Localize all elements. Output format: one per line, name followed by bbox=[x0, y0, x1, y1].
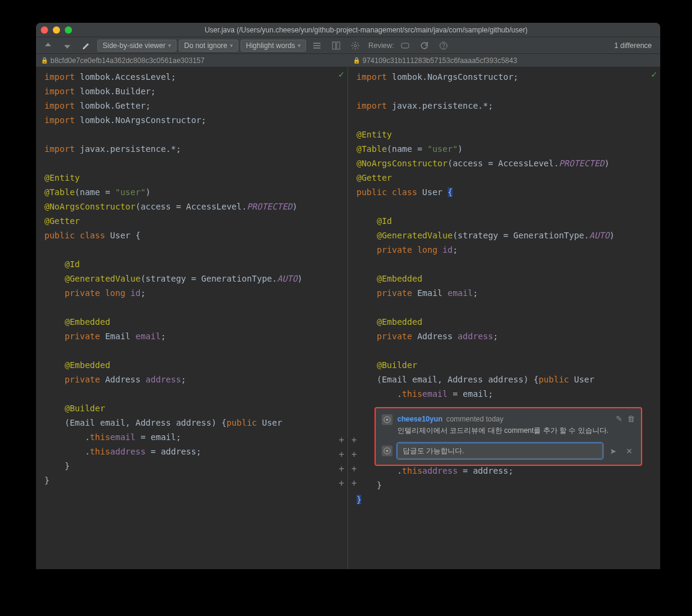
right-revision: 🔒 974109c31b111283b57153c6faaaa5cf393c58… bbox=[348, 54, 660, 67]
edit-comment-icon[interactable]: ✎ bbox=[616, 414, 622, 423]
svg-point-9 bbox=[386, 450, 388, 452]
left-revision: 🔒 b8cfd0e7ce0efb14a362dc808c3c0561ae3031… bbox=[36, 54, 348, 67]
add-line-button[interactable]: + bbox=[337, 464, 346, 477]
right-pane[interactable]: ✓ import lombok.NoArgsConstructor; impor… bbox=[348, 67, 660, 569]
check-icon: ✓ bbox=[651, 70, 658, 79]
diff-count-label: 1 difference bbox=[610, 41, 657, 50]
close-window-button[interactable] bbox=[41, 26, 48, 34]
add-line-button[interactable]: + bbox=[349, 435, 359, 448]
right-code: import lombok.NoArgsConstructor; import … bbox=[348, 67, 660, 401]
svg-point-7 bbox=[386, 418, 388, 421]
viewer-mode-dropdown[interactable]: Side-by-side viewer bbox=[97, 40, 176, 52]
maximize-window-button[interactable] bbox=[65, 26, 72, 34]
review-label: Review: bbox=[369, 41, 394, 50]
window-title: User.java (/Users/yun.cheese/yun/github-… bbox=[77, 26, 655, 34]
review-checkout-button[interactable] bbox=[397, 39, 414, 52]
close-reply-icon[interactable]: ✕ bbox=[624, 447, 635, 456]
titlebar: User.java (/Users/yun.cheese/yun/github-… bbox=[36, 23, 660, 37]
edit-button[interactable] bbox=[78, 39, 95, 52]
add-line-button[interactable]: + bbox=[349, 478, 359, 491]
revision-bar: 🔒 b8cfd0e7ce0efb14a362dc808c3c0561ae3031… bbox=[36, 54, 660, 67]
sync-scroll-button[interactable] bbox=[328, 39, 344, 52]
prev-diff-button[interactable] bbox=[40, 39, 56, 52]
add-line-markers-right: + + + + bbox=[349, 435, 359, 491]
highlight-mode-dropdown[interactable]: Highlight words bbox=[241, 40, 306, 52]
review-comment-box: cheese10yun commented today ✎ 🗑 인텔리제이에서 … bbox=[375, 407, 642, 466]
check-icon: ✓ bbox=[338, 70, 345, 79]
settings-button[interactable] bbox=[347, 39, 364, 52]
comment-text: 인텔리제이에서 코드리뷰에 대한 comment를 추가 할 수 있습니다. bbox=[397, 426, 635, 436]
traffic-lights bbox=[41, 26, 72, 34]
svg-rect-0 bbox=[332, 42, 335, 49]
lock-icon: 🔒 bbox=[41, 57, 48, 64]
add-line-button[interactable]: + bbox=[337, 435, 346, 448]
add-line-button[interactable]: + bbox=[337, 449, 346, 462]
svg-point-2 bbox=[354, 44, 357, 47]
comment-row: cheese10yun commented today ✎ 🗑 인텔리제이에서 … bbox=[379, 412, 637, 438]
svg-text:?: ? bbox=[442, 43, 445, 49]
send-reply-icon[interactable]: ➤ bbox=[607, 447, 619, 456]
reply-row: ➤ ✕ bbox=[379, 441, 637, 461]
left-code: import lombok.AccessLevel; import lombok… bbox=[36, 67, 348, 488]
delete-comment-icon[interactable]: 🗑 bbox=[627, 414, 635, 423]
lock-icon: 🔒 bbox=[353, 57, 360, 64]
comment-author[interactable]: cheese10yun bbox=[397, 415, 442, 423]
add-line-button[interactable]: + bbox=[337, 478, 346, 491]
refresh-button[interactable] bbox=[416, 39, 433, 52]
collapse-button[interactable] bbox=[308, 39, 325, 52]
help-button[interactable]: ? bbox=[435, 39, 452, 52]
right-hash: 974109c31b111283b57153c6faaaa5cf393c5843 bbox=[363, 56, 517, 65]
svg-rect-1 bbox=[337, 42, 340, 49]
svg-rect-3 bbox=[402, 43, 409, 48]
comment-meta: commented today bbox=[446, 415, 503, 423]
diff-panes: ✓ import lombok.AccessLevel; import lomb… bbox=[36, 67, 660, 569]
left-hash: b8cfd0e7ce0efb14a362dc808c3c0561ae303157 bbox=[50, 56, 205, 65]
add-line-button[interactable]: + bbox=[349, 449, 359, 462]
add-line-button[interactable]: + bbox=[349, 464, 359, 477]
left-pane[interactable]: ✓ import lombok.AccessLevel; import lomb… bbox=[36, 67, 348, 569]
ignore-mode-dropdown[interactable]: Do not ignore bbox=[179, 40, 238, 52]
diff-window: User.java (/Users/yun.cheese/yun/github-… bbox=[36, 23, 660, 569]
avatar bbox=[382, 445, 393, 456]
next-diff-button[interactable] bbox=[59, 39, 76, 52]
reply-input[interactable] bbox=[397, 443, 603, 459]
add-line-markers-left: + + + + bbox=[337, 435, 346, 491]
diff-toolbar: Side-by-side viewer Do not ignore Highli… bbox=[36, 37, 660, 54]
avatar bbox=[382, 414, 393, 425]
minimize-window-button[interactable] bbox=[53, 26, 60, 34]
